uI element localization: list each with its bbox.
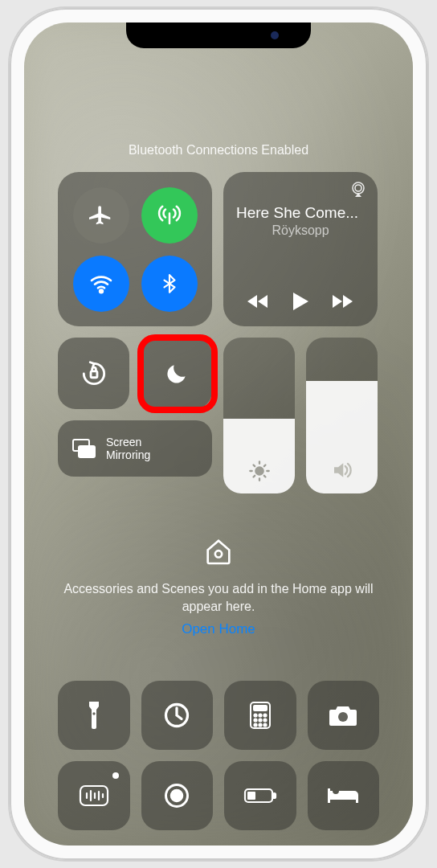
screen-mirroring-icon [71, 438, 96, 459]
svg-point-8 [92, 712, 95, 714]
screen-mirroring-button[interactable]: Screen Mirroring [58, 420, 212, 477]
wifi-toggle[interactable] [73, 256, 129, 312]
screen: Bluetooth Connections Enabled [24, 23, 413, 845]
svg-point-16 [259, 719, 261, 722]
camera-button[interactable] [308, 681, 380, 750]
svg-point-13 [259, 714, 261, 717]
svg-point-15 [254, 719, 256, 722]
record-icon [162, 781, 191, 810]
camera-dot [271, 31, 279, 39]
svg-point-2 [355, 185, 361, 191]
rotation-lock-button[interactable] [58, 338, 129, 409]
do-not-disturb-button[interactable] [141, 338, 212, 409]
svg-point-17 [263, 719, 266, 722]
svg-point-24 [172, 790, 183, 801]
screen-mirroring-label: Screen Mirroring [106, 436, 150, 461]
play-icon [291, 291, 310, 312]
svg-point-1 [353, 182, 364, 194]
low-power-mode-button[interactable] [224, 761, 296, 830]
svg-point-19 [259, 724, 261, 727]
badge-dot [112, 772, 119, 779]
timer-icon [162, 701, 191, 730]
svg-point-14 [263, 714, 266, 717]
sun-icon [248, 460, 271, 482]
sleep-button[interactable] [308, 761, 380, 830]
svg-point-21 [338, 712, 348, 722]
rotation-lock-icon [79, 358, 109, 389]
waveform-icon [78, 784, 110, 808]
svg-point-18 [254, 724, 256, 727]
rewind-icon [247, 293, 271, 310]
media-play-button[interactable] [291, 291, 310, 312]
camera-icon [328, 703, 358, 727]
brightness-fill [223, 419, 295, 493]
voice-memos-button[interactable] [58, 761, 130, 830]
home-icon [202, 535, 235, 567]
antenna-icon [157, 203, 182, 227]
svg-rect-27 [247, 792, 255, 800]
svg-rect-5 [79, 446, 95, 457]
battery-icon [243, 787, 277, 805]
timer-button[interactable] [141, 681, 214, 750]
wifi-icon [88, 271, 114, 297]
svg-point-0 [100, 289, 103, 293]
calculator-icon [249, 701, 272, 730]
track-artist: Röyksopp [236, 223, 365, 238]
flashlight-icon [84, 700, 104, 731]
status-banner: Bluetooth Connections Enabled [58, 143, 379, 158]
media-next-button[interactable] [330, 293, 354, 310]
forward-icon [330, 293, 354, 310]
media-prev-button[interactable] [247, 293, 271, 310]
svg-rect-3 [91, 371, 97, 377]
connectivity-panel[interactable] [58, 172, 212, 326]
airplane-mode-toggle[interactable] [73, 187, 129, 244]
svg-point-7 [215, 551, 222, 557]
svg-rect-11 [254, 706, 267, 710]
home-text: Accessories and Scenes you add in the Ho… [58, 580, 379, 615]
svg-rect-26 [273, 793, 276, 798]
brightness-slider[interactable] [223, 338, 295, 493]
track-title: Here She Come... [236, 204, 365, 222]
bed-icon [326, 785, 360, 806]
flashlight-button[interactable] [58, 681, 130, 750]
cellular-data-toggle[interactable] [141, 187, 198, 244]
bluetooth-icon [159, 273, 180, 294]
airplane-icon [89, 203, 113, 227]
svg-point-6 [255, 467, 263, 474]
phone-frame: Bluetooth Connections Enabled [10, 8, 427, 860]
svg-point-12 [254, 714, 256, 717]
volume-slider[interactable] [306, 338, 378, 493]
calculator-button[interactable] [224, 681, 296, 750]
moon-icon [164, 361, 190, 387]
airplay-icon[interactable] [349, 180, 368, 199]
svg-point-20 [263, 724, 266, 727]
open-home-link[interactable]: Open Home [182, 621, 255, 637]
notch [126, 23, 311, 48]
bluetooth-toggle[interactable] [141, 256, 198, 312]
speaker-icon [330, 458, 354, 482]
media-panel[interactable]: Here She Come... Röyksopp [223, 172, 378, 326]
screen-record-button[interactable] [141, 761, 214, 830]
